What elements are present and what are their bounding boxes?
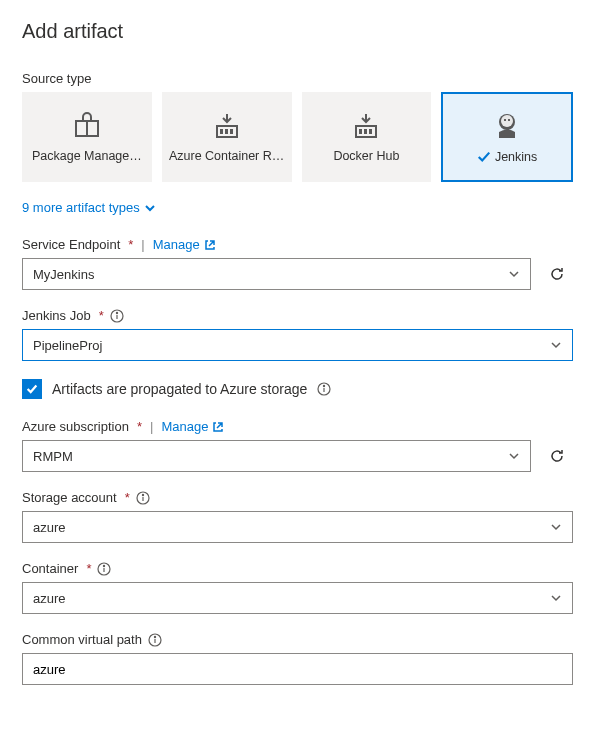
separator: | [141,237,144,252]
chevron-down-icon [550,339,562,351]
docker-hub-icon [351,111,381,139]
field-jenkins-job: Jenkins Job* PipelineProj [22,308,573,361]
check-icon [477,150,491,164]
required-indicator: * [99,308,104,323]
external-link-icon [204,239,216,251]
azure-subscription-label: Azure subscription [22,419,129,434]
required-indicator: * [137,419,142,434]
manage-azure-subscription-link[interactable]: Manage [161,419,224,434]
propagate-checkbox-row: Artifacts are propagated to Azure storag… [22,379,573,399]
storage-account-select[interactable]: azure [22,511,573,543]
svg-rect-8 [364,129,367,134]
chevron-down-icon [144,202,156,214]
tile-label: Package Manage… [32,149,142,163]
field-storage-account: Storage account* azure [22,490,573,543]
more-artifact-types-link[interactable]: 9 more artifact types [22,200,156,215]
container-registry-icon [212,111,242,139]
info-icon[interactable] [148,633,162,647]
external-link-icon [212,421,224,433]
svg-rect-5 [230,129,233,134]
chevron-down-icon [550,592,562,604]
storage-account-label: Storage account [22,490,117,505]
tile-label: Azure Container R… [169,149,284,163]
svg-point-12 [504,119,506,121]
field-common-virtual-path: Common virtual path [22,632,573,685]
svg-point-28 [154,636,155,637]
manage-service-endpoint-link[interactable]: Manage [153,237,216,252]
svg-point-25 [104,565,105,566]
field-container: Container* azure [22,561,573,614]
container-select[interactable]: azure [22,582,573,614]
azure-subscription-select[interactable]: RMPM [22,440,531,472]
svg-point-16 [116,312,117,313]
info-icon[interactable] [317,382,331,396]
field-azure-subscription: Azure subscription* | Manage RMPM [22,419,573,472]
required-indicator: * [86,561,91,576]
svg-rect-4 [225,129,228,134]
tile-label: Docker Hub [333,149,399,163]
svg-rect-7 [359,129,362,134]
refresh-azure-subscription-button[interactable] [541,440,573,472]
tile-jenkins[interactable]: Jenkins [441,92,573,182]
jenkins-job-select[interactable]: PipelineProj [22,329,573,361]
svg-point-11 [501,115,513,127]
tile-docker-hub[interactable]: Docker Hub [302,92,432,182]
source-type-grid: Package Manage… Azure Container R… Docke… [22,92,573,182]
source-type-label: Source type [22,71,573,86]
required-indicator: * [125,490,130,505]
info-icon[interactable] [110,309,124,323]
svg-point-22 [142,494,143,495]
refresh-service-endpoint-button[interactable] [541,258,573,290]
jenkins-icon [492,110,522,140]
container-label: Container [22,561,78,576]
chevron-down-icon [508,268,520,280]
common-virtual-path-input[interactable] [22,653,573,685]
svg-rect-9 [369,129,372,134]
service-endpoint-label: Service Endpoint [22,237,120,252]
info-icon[interactable] [97,562,111,576]
separator: | [150,419,153,434]
chevron-down-icon [550,521,562,533]
required-indicator: * [128,237,133,252]
tile-label: Jenkins [495,150,537,164]
common-virtual-path-label: Common virtual path [22,632,142,647]
svg-rect-3 [220,129,223,134]
propagate-label: Artifacts are propagated to Azure storag… [52,381,307,397]
propagate-checkbox[interactable] [22,379,42,399]
package-icon [72,111,102,139]
svg-point-19 [324,385,325,386]
page-title: Add artifact [22,20,573,43]
info-icon[interactable] [136,491,150,505]
jenkins-job-label: Jenkins Job [22,308,91,323]
svg-point-13 [508,119,510,121]
service-endpoint-select[interactable]: MyJenkins [22,258,531,290]
tile-azure-container-registry[interactable]: Azure Container R… [162,92,292,182]
tile-package-management[interactable]: Package Manage… [22,92,152,182]
field-service-endpoint: Service Endpoint* | Manage MyJenkins [22,237,573,290]
chevron-down-icon [508,450,520,462]
